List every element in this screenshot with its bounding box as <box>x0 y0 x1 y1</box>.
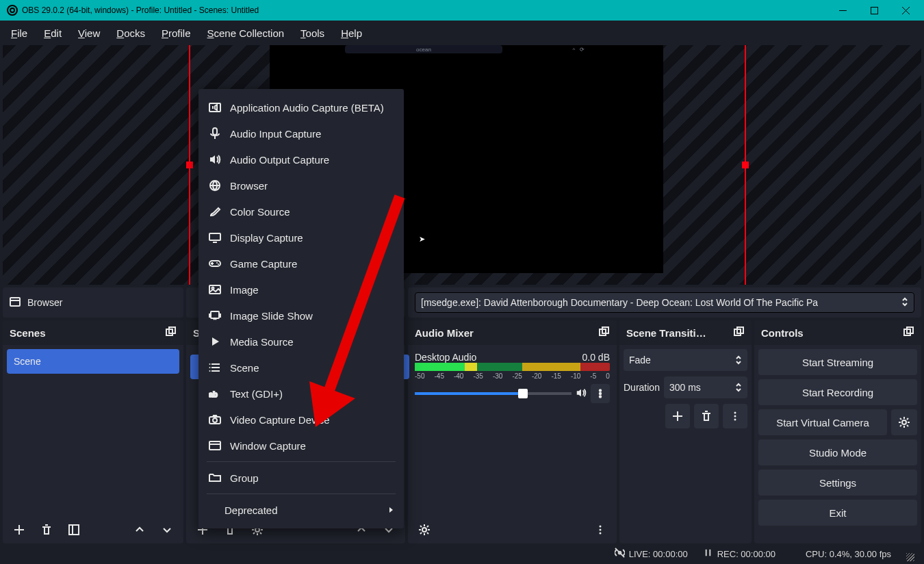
scene-move-up-button[interactable] <box>127 517 152 542</box>
menu-edit[interactable]: Edit <box>37 25 68 42</box>
start-virtual-camera-button[interactable]: Start Virtual Camera <box>758 409 887 435</box>
globe-icon <box>208 179 222 192</box>
svg-point-35 <box>209 363 211 365</box>
svg-rect-0 <box>871 7 877 14</box>
scene-filter-button[interactable] <box>62 517 86 542</box>
menu-tools[interactable]: Tools <box>294 25 331 42</box>
duration-input[interactable]: 300 ms <box>664 376 747 398</box>
image-icon <box>208 283 222 296</box>
svg-point-10 <box>600 389 602 392</box>
mixer-menu-button[interactable] <box>588 517 613 542</box>
scene-remove-button[interactable] <box>34 517 59 542</box>
scene-add-button[interactable] <box>7 517 31 542</box>
mixer-title: Audio Mixer <box>415 327 474 339</box>
svg-point-24 <box>902 420 906 424</box>
ctx-text[interactable]: abText (GDI+) <box>198 381 404 407</box>
transition-type-select[interactable]: Fade <box>624 349 747 371</box>
scenes-popout-button[interactable] <box>166 326 177 339</box>
ctx-media-source[interactable]: Media Source <box>198 329 404 355</box>
mixer-popout-button[interactable] <box>599 326 610 339</box>
menu-scene-collection[interactable]: Scene Collection <box>201 25 292 42</box>
ctx-window-capture[interactable]: Window Capture <box>198 433 404 459</box>
menu-view[interactable]: View <box>71 25 107 42</box>
obs-logo-icon <box>7 5 18 16</box>
spinner-icon[interactable] <box>735 383 742 392</box>
app-audio-icon <box>208 101 222 114</box>
volume-icon[interactable] <box>576 387 587 400</box>
close-button[interactable] <box>890 0 921 21</box>
channel-menu-button[interactable] <box>591 384 610 403</box>
start-recording-button[interactable]: Start Recording <box>758 379 917 405</box>
status-cpu: CPU: 0.4%, 30.00 fps <box>806 549 891 559</box>
crop-handle-left[interactable] <box>186 162 193 168</box>
exit-button[interactable]: Exit <box>758 500 917 526</box>
svg-point-15 <box>600 529 602 531</box>
ctx-video-capture-device[interactable]: Video Capture Device <box>198 407 404 433</box>
volume-slider[interactable] <box>415 392 572 395</box>
select-chevrons-icon <box>901 297 908 309</box>
ctx-image-slide-show[interactable]: Image Slide Show <box>198 303 404 329</box>
transition-remove-button[interactable] <box>694 404 719 428</box>
virtual-camera-settings-button[interactable] <box>891 409 917 435</box>
chevron-right-icon <box>387 504 394 516</box>
menu-profile[interactable]: Profile <box>155 25 198 42</box>
scenes-title: Scenes <box>10 327 46 339</box>
folder-icon <box>208 471 222 485</box>
menu-docks[interactable]: Docks <box>110 25 152 42</box>
crop-handle-right[interactable] <box>742 162 749 168</box>
ctx-audio-output-capture[interactable]: Audio Output Capture <box>198 146 404 172</box>
window-title: OBS 29.0.2 (64-bit, windows) - Profile: … <box>22 5 827 15</box>
duration-label: Duration <box>624 382 660 393</box>
speaker-icon <box>208 153 222 166</box>
ctx-app-audio-capture[interactable]: Application Audio Capture (BETA) <box>198 94 404 120</box>
ctx-scene[interactable]: Scene <box>198 355 404 381</box>
ctx-deprecated[interactable]: Deprecated <box>198 497 404 523</box>
audio-ticks: -50-45-40-35-30-25-20-15-10-50 <box>415 371 610 381</box>
scene-move-down-button[interactable] <box>155 517 179 542</box>
svg-rect-1 <box>10 298 20 306</box>
gamepad-icon <box>208 257 222 270</box>
transition-add-button[interactable] <box>665 404 690 428</box>
transition-menu-button[interactable] <box>723 404 747 428</box>
preview-area[interactable]: ocean ^ ⟳ ➤ <box>3 45 921 285</box>
ctx-browser[interactable]: Browser <box>198 172 404 198</box>
transitions-popout-button[interactable] <box>734 326 745 339</box>
preview-mini-controls: ^ ⟳ <box>573 45 585 53</box>
ctx-audio-input-capture[interactable]: Audio Input Capture <box>198 120 404 146</box>
ctx-group[interactable]: Group <box>198 465 404 491</box>
svg-point-16 <box>600 533 602 535</box>
controls-dock: Controls Start Streaming Start Recording… <box>754 320 921 543</box>
slideshow-icon <box>208 309 222 322</box>
status-rec: REC: 00:00:00 <box>703 548 775 560</box>
menu-help[interactable]: Help <box>334 25 369 42</box>
ctx-image[interactable]: Image <box>198 277 404 303</box>
add-source-context-menu: Application Audio Capture (BETA) Audio I… <box>198 89 404 528</box>
resize-grip-icon[interactable] <box>906 553 914 561</box>
svg-rect-41 <box>209 441 220 450</box>
svg-text:ab: ab <box>209 390 218 398</box>
window-icon <box>208 439 222 452</box>
menu-file[interactable]: File <box>4 25 34 42</box>
status-live: LIVE: 00:00:00 <box>615 548 688 560</box>
svg-point-40 <box>213 418 217 422</box>
studio-mode-button[interactable]: Studio Mode <box>758 439 917 465</box>
title-bar: OBS 29.0.2 (64-bit, windows) - Profile: … <box>0 0 924 21</box>
transitions-title: Scene Transiti… <box>626 327 706 339</box>
maximize-button[interactable] <box>858 0 890 21</box>
svg-point-21 <box>734 419 736 421</box>
scenes-dock: Scenes Scene <box>3 320 183 543</box>
ctx-display-capture[interactable]: Display Capture <box>198 225 404 251</box>
monitor-icon <box>208 231 222 244</box>
scene-item[interactable]: Scene <box>7 349 179 374</box>
svg-point-19 <box>734 412 736 414</box>
ctx-color-source[interactable]: Color Source <box>198 198 404 225</box>
start-streaming-button[interactable]: Start Streaming <box>758 349 917 375</box>
ctx-game-capture[interactable]: Game Capture <box>198 251 404 277</box>
settings-button[interactable]: Settings <box>758 470 917 496</box>
minimize-button[interactable] <box>827 0 858 21</box>
app-select-dropdown[interactable]: [msedge.exe]: David Attenborough Documen… <box>415 292 914 313</box>
svg-rect-4 <box>69 525 79 535</box>
mixer-settings-button[interactable] <box>412 517 437 542</box>
svg-point-36 <box>209 367 211 368</box>
controls-popout-button[interactable] <box>903 326 914 339</box>
